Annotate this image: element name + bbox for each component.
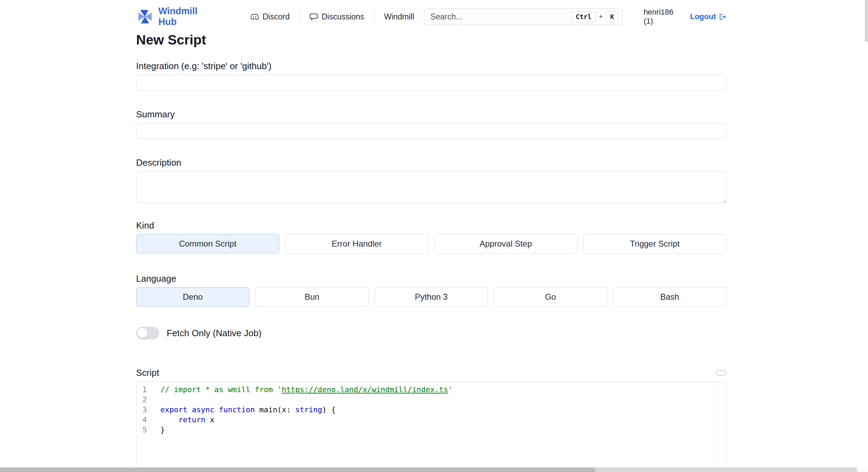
line-number: 4: [136, 415, 147, 425]
nav-discord[interactable]: Discord: [250, 12, 299, 22]
kind-error-handler-button[interactable]: Error Handler: [285, 234, 428, 254]
code-line: 1 // import * as wmill from 'https://den…: [136, 384, 726, 395]
code-link[interactable]: https://deno.land/x/windmill/index.ts: [282, 385, 448, 394]
page-title: New Script: [136, 32, 726, 48]
kbd-plus: +: [599, 13, 603, 21]
language-bun-button[interactable]: Bun: [255, 287, 368, 307]
integration-field: Integration (e.g: 'stripe' or 'github'): [136, 60, 726, 91]
code-keyword: string: [295, 405, 322, 414]
line-number: 2: [136, 395, 147, 405]
editor-collapse-button[interactable]: [716, 370, 726, 376]
code-comment: // import * as wmill from ': [160, 385, 282, 394]
logout-link[interactable]: Logout: [690, 12, 726, 21]
script-head: Script: [136, 367, 726, 378]
summary-input[interactable]: [136, 123, 726, 139]
kbd-ctrl: Ctrl: [571, 11, 596, 22]
logout-icon: [718, 13, 726, 21]
brand-name: Windmill Hub: [158, 6, 217, 27]
discussions-icon: [309, 13, 318, 21]
kbd-k: K: [606, 11, 618, 22]
logout-label: Logout: [690, 12, 716, 21]
description-field: Description: [136, 157, 726, 205]
kind-common-script-button[interactable]: Common Script: [136, 234, 279, 254]
nav-links: Discord Discussions Windmill: [250, 12, 424, 22]
code-keyword: async: [192, 405, 215, 414]
line-number: 5: [136, 425, 147, 435]
language-label: Language: [136, 273, 726, 284]
nav-discussions[interactable]: Discussions: [300, 12, 374, 22]
nav-discussions-label: Discussions: [322, 12, 364, 22]
kind-trigger-script-button[interactable]: Trigger Script: [583, 234, 726, 254]
horizontal-scrollbar[interactable]: [0, 467, 857, 472]
script-section: Script 1 // import * as wmill from 'http…: [136, 367, 726, 469]
language-section: Language Deno Bun Python 3 Go Bash: [136, 273, 726, 307]
code-editor[interactable]: 1 // import * as wmill from 'https://den…: [136, 382, 726, 469]
vertical-scrollbar-thumb[interactable]: [865, 0, 868, 42]
language-python3-button[interactable]: Python 3: [375, 287, 488, 307]
code-line: 3 export async function main(x: string) …: [136, 405, 726, 415]
code-keyword: export: [160, 405, 187, 414]
line-number: 3: [136, 405, 147, 415]
description-textarea[interactable]: [136, 171, 726, 203]
kind-section: Kind Common Script Error Handler Approva…: [136, 220, 726, 254]
kind-button-row: Common Script Error Handler Approval Ste…: [136, 234, 726, 254]
description-label: Description: [136, 157, 726, 168]
code-keyword: function: [219, 405, 255, 414]
kind-label: Kind: [136, 220, 726, 231]
summary-label: Summary: [136, 109, 726, 120]
search-box[interactable]: Ctrl + K: [424, 8, 622, 25]
line-number: 1: [136, 384, 147, 395]
code-comment: ': [448, 385, 452, 394]
nav-windmill-label: Windmill: [384, 12, 414, 22]
discord-icon: [250, 13, 259, 21]
scrollbar-corner: [857, 467, 868, 472]
code-line: 4 return x: [136, 415, 726, 425]
code-keyword: return: [178, 415, 206, 424]
windmill-logo-icon: [136, 8, 154, 26]
search-input[interactable]: [431, 12, 571, 22]
code-line: 5 }: [136, 425, 726, 435]
toggle-knob: [137, 328, 148, 338]
brand[interactable]: Windmill Hub: [136, 6, 217, 27]
summary-field: Summary: [136, 109, 726, 139]
fetch-only-row: Fetch Only (Native Job): [136, 327, 726, 339]
language-button-row: Deno Bun Python 3 Go Bash: [136, 287, 726, 307]
editor-scrollbar-line: [717, 382, 718, 469]
fetch-only-toggle[interactable]: [136, 327, 159, 339]
language-go-button[interactable]: Go: [494, 287, 607, 307]
code-line: 2: [136, 395, 726, 405]
nav-discord-label: Discord: [262, 12, 290, 22]
nav-windmill[interactable]: Windmill: [374, 12, 424, 22]
username: henri186 (1): [644, 8, 684, 26]
language-bash-button[interactable]: Bash: [613, 287, 726, 307]
main-content: New Script Integration (e.g: 'stripe' or…: [136, 32, 726, 469]
horizontal-scrollbar-thumb[interactable]: [0, 467, 595, 472]
fetch-only-label: Fetch Only (Native Job): [167, 328, 261, 339]
user-area: henri186 (1) Logout: [644, 8, 726, 26]
language-deno-button[interactable]: Deno: [136, 287, 249, 307]
integration-label: Integration (e.g: 'stripe' or 'github'): [136, 60, 726, 72]
kind-approval-step-button[interactable]: Approval Step: [434, 234, 577, 254]
integration-input[interactable]: [136, 75, 726, 91]
top-navbar: Windmill Hub Discord Discussions Windmil…: [136, 0, 726, 33]
script-label: Script: [136, 367, 159, 378]
